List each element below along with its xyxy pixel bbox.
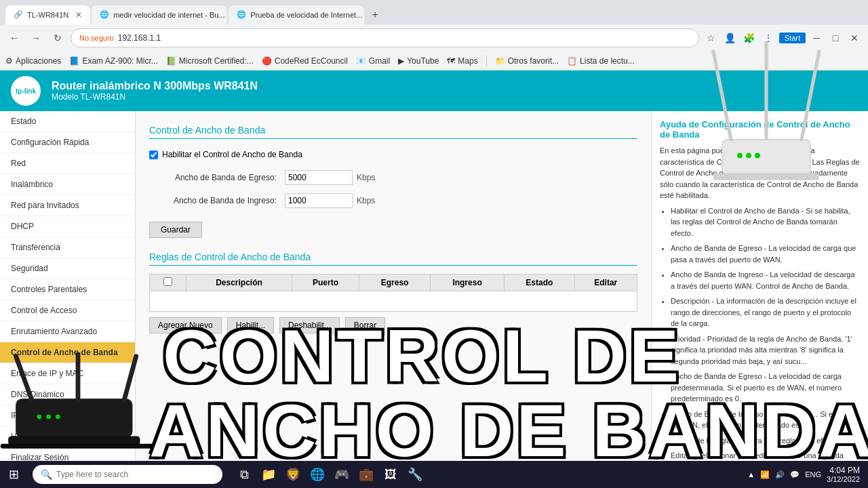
address-box[interactable]: No seguro 192.168.1.1 — [71, 28, 699, 47]
egress-row: Ancho de Banda de Egreso: Kbps — [149, 170, 637, 185]
router-info: Router inalámbrico N 300Mbps WR841N Mode… — [52, 80, 258, 102]
tab-1[interactable]: 🔗 TL-WR841N ✕ — [5, 5, 90, 24]
profile-icon[interactable]: 👤 — [722, 30, 738, 46]
sidebar-item-herramientas[interactable]: Herramientas del Sistema — [0, 426, 135, 447]
enable-button[interactable]: Habilit... — [227, 317, 274, 333]
logo-text: tp-link — [16, 87, 36, 95]
disable-button[interactable]: Deshabilit... — [279, 317, 340, 333]
egress-label: Ancho de Banda de Egreso: — [149, 173, 285, 182]
select-all-checkbox[interactable] — [163, 277, 172, 286]
back-button[interactable]: ← — [5, 29, 23, 47]
save-button[interactable]: Guardar — [149, 222, 202, 238]
sidebar-item-controles-parentales[interactable]: Controles Parentales — [0, 279, 135, 300]
forward-button[interactable]: → — [27, 29, 45, 47]
search-input[interactable] — [56, 470, 214, 479]
rules-title: Reglas de Control de Ancho de Banda — [149, 251, 637, 266]
col-egress: Egreso — [359, 274, 431, 291]
bookmark-otros[interactable]: 📁 Otros favorit... — [495, 56, 559, 66]
help-item-0: Habilitar el Control de Ancho de Banda -… — [671, 205, 860, 239]
add-new-button[interactable]: Agregar Nuevo — [149, 317, 222, 333]
bookmark-codered[interactable]: 🔴 CodeRed EcCouncil — [262, 56, 348, 66]
help-item-2: Ancho de Banda de Ingreso - La velocidad… — [671, 269, 860, 291]
sidebar-item-seguridad[interactable]: Seguridad — [0, 258, 135, 279]
bookmark-gmail[interactable]: 📧 Gmail — [356, 56, 390, 66]
col-port: Puerto — [292, 274, 359, 291]
tab-label-1: TL-WR841N — [27, 11, 68, 19]
sidebar-item-enrutamiento[interactable]: Enrutamiento Avanzado — [0, 321, 135, 342]
sidebar-item-finalizar[interactable]: Finalizar Sesión — [0, 447, 135, 461]
message-icon[interactable]: 💬 — [790, 470, 800, 479]
taskbar-search-box[interactable]: 🔍 — [33, 465, 222, 484]
bookmark-apps[interactable]: ⚙ Aplicaciones — [5, 56, 61, 66]
sidebar-item-red[interactable]: Red — [0, 153, 135, 174]
new-tab-button[interactable]: + — [366, 5, 384, 24]
egress-unit: Kbps — [357, 173, 375, 182]
sidebar-item-red-invitados[interactable]: Red para Invitados — [0, 195, 135, 216]
bookmark-lista[interactable]: 📋 Lista de lectu... — [567, 56, 635, 66]
taskbar-teams[interactable]: 💼 — [355, 464, 377, 485]
help-title: Ayuda de Configuración de Control de Anc… — [660, 119, 860, 140]
help-item-1: Ancho de Banda de Egreso - La velocidad … — [671, 243, 860, 265]
network-icon[interactable]: 📶 — [760, 470, 770, 479]
taskbar-chrome[interactable]: 🌐 — [307, 464, 328, 485]
sidebar-item-transferencia[interactable]: Transferencia — [0, 237, 135, 258]
bookmark-maps[interactable]: 🗺 Maps — [447, 56, 477, 66]
sidebar-item-estado[interactable]: Estado — [0, 111, 135, 132]
start-button[interactable]: ⊞ — [0, 461, 27, 488]
maximize-icon[interactable]: □ — [827, 30, 844, 46]
taskbar-app-icons: ⧉ 📁 🦁 🌐 🎮 💼 🖼 🔧 — [228, 464, 431, 485]
enable-checkbox-label: Habilitar el Control de Ancho de Banda — [162, 150, 302, 159]
youtube-icon: ▶ — [398, 56, 404, 66]
col-description: Descripción — [186, 274, 292, 291]
sidebar-item-ipv6[interactable]: IPv6 — [0, 405, 135, 426]
close-icon[interactable]: ✕ — [846, 30, 863, 46]
taskbar-epic[interactable]: 🎮 — [331, 464, 353, 485]
tab-label-3: Prueba de velocidad de Internet... — [250, 11, 362, 19]
codered-icon: 🔴 — [262, 56, 272, 66]
address-bar-row: ← → ↻ No seguro 192.168.1.1 ☆ 👤 🧩 ⋮ Star… — [0, 24, 868, 52]
bookmark-youtube[interactable]: ▶ YouTube — [398, 56, 439, 66]
tab-close-1[interactable]: ✕ — [75, 10, 82, 20]
start-overlay-btn[interactable]: Start — [779, 33, 806, 43]
ingress-row: Ancho de Banda de Ingreso: Kbps — [149, 193, 637, 208]
taskbar-brave[interactable]: 🦁 — [282, 464, 304, 485]
delete-button[interactable]: Borrar — [345, 317, 385, 333]
sidebar-item-dns[interactable]: DNS Dinámico — [0, 384, 135, 405]
ingress-input[interactable] — [285, 193, 353, 208]
windows-icon: ⊞ — [9, 467, 19, 482]
tab-3[interactable]: 🌐 Prueba de velocidad de Internet... ✕ — [229, 5, 364, 24]
egress-input[interactable] — [285, 170, 353, 185]
col-edit: Editar — [574, 274, 637, 291]
taskbar-other[interactable]: 🔧 — [404, 464, 426, 485]
more-options-icon[interactable]: ⋮ — [760, 30, 776, 46]
gmail-icon: 📧 — [356, 56, 366, 66]
rules-actions: Agregar Nuevo Habilit... Deshabilit... B… — [149, 317, 637, 333]
bookmark-certified[interactable]: 📗 Microsoft Certified:... — [166, 56, 254, 66]
search-icon: 🔍 — [41, 469, 52, 480]
taskbar-file-explorer[interactable]: 📁 — [258, 464, 279, 485]
sidebar-item-inalambrico[interactable]: Inalámbrico — [0, 174, 135, 195]
enable-checkbox-row: Habilitar el Control de Ancho de Banda — [149, 150, 637, 159]
sidebar: Estado Configuración Rápida Red Inalámbr… — [0, 111, 136, 461]
col-status: Estado — [505, 274, 574, 291]
sidebar-item-control-acceso[interactable]: Control de Acceso — [0, 300, 135, 321]
minimize-icon[interactable]: ─ — [808, 30, 825, 46]
ingress-unit: Kbps — [357, 196, 375, 205]
enable-checkbox[interactable] — [149, 150, 158, 159]
taskbar-photos[interactable]: 🖼 — [380, 464, 401, 485]
taskbar-task-view[interactable]: ⧉ — [233, 464, 255, 485]
sidebar-item-dhcp[interactable]: DHCP — [0, 216, 135, 237]
volume-icon[interactable]: 🔊 — [775, 470, 785, 479]
tab-2[interactable]: 🌐 medir velocidad de internet - Bu... ✕ — [92, 5, 227, 24]
extensions-icon[interactable]: 🧩 — [741, 30, 757, 46]
clock-time: 4:04 PM — [827, 466, 860, 475]
reload-button[interactable]: ↻ — [49, 29, 66, 47]
bookmark-star-icon[interactable]: ☆ — [703, 30, 719, 46]
sidebar-item-config-rapida[interactable]: Configuración Rápida — [0, 132, 135, 153]
tray-up-arrow[interactable]: ▲ — [747, 470, 755, 479]
security-warning: No seguro — [79, 34, 114, 42]
sidebar-item-enlace-ip[interactable]: Enlace de IP y MAC — [0, 363, 135, 384]
bookmark-exam[interactable]: 📘 Exam AZ-900: Micr... — [69, 56, 157, 66]
sidebar-item-control-ancho[interactable]: Control de Ancho de Banda — [0, 342, 135, 363]
col-ingress: Ingreso — [430, 274, 504, 291]
